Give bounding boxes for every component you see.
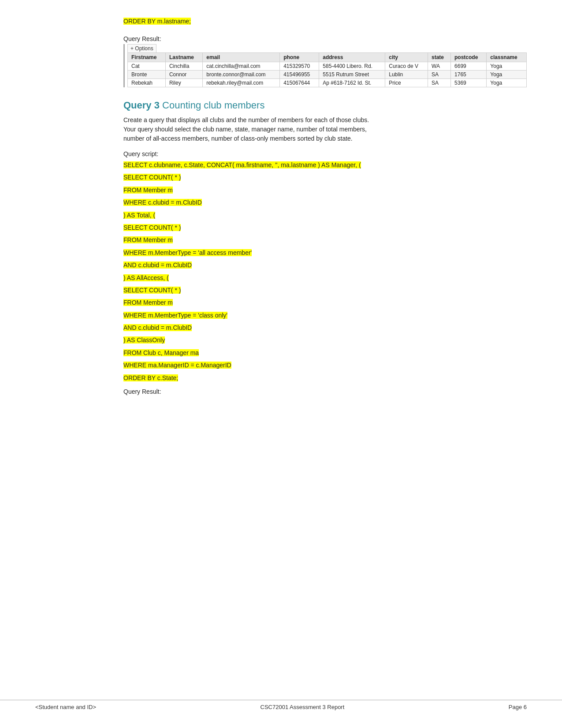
script-line-3: WHERE c.clubid = m.ClubID [123, 198, 500, 207]
table-cell: Cat [128, 62, 166, 71]
query-result-bottom: Query Result: [35, 388, 527, 395]
script-line-5: SELECT COUNT( * ) [123, 223, 500, 232]
table-cell: Yoga [487, 71, 527, 79]
table-cell: 415329570 [280, 62, 319, 71]
result-table: Firstname Lastname email phone address c… [127, 52, 527, 87]
col-address: address [319, 53, 385, 62]
col-city: city [385, 53, 428, 62]
table-cell: Rebekah [128, 79, 166, 87]
script-line-8: AND c.clubid = m.ClubID [123, 260, 500, 270]
table-cell: Yoga [487, 62, 527, 71]
script-line-10: SELECT COUNT( * ) [123, 285, 500, 295]
table-cell: Yoga [487, 79, 527, 87]
table-cell: Riley [165, 79, 202, 87]
script-line-11: FROM Member m [123, 298, 500, 307]
query3-heading: Query 3 Counting club members [35, 100, 527, 111]
table-cell: 415067644 [280, 79, 319, 87]
script-line-2: FROM Member m [123, 185, 500, 195]
table-cell: Ap #618-7162 Id. St. [319, 79, 385, 87]
col-email: email [203, 53, 280, 62]
table-row: RebekahRileyrebekah.riley@mail.com415067… [128, 79, 527, 87]
desc-line2: Your query should select the club name, … [123, 125, 500, 134]
table-cell: Curaco de V [385, 62, 428, 71]
desc-line3: number of all-access members, number of … [123, 134, 500, 143]
orderby-text: ORDER BY m.lastname; [123, 18, 191, 25]
footer: <Student name and ID> CSC72001 Assessmen… [0, 700, 562, 710]
query-result-section: Query Result: + Options Firstname Lastna… [35, 35, 527, 87]
script-line-4: ) AS Total, ( [123, 210, 500, 220]
query-script-label: Query script: [35, 150, 527, 157]
table-row: BronteConnorbronte.connor@mail.com415496… [128, 71, 527, 79]
query3-num: Query 3 [123, 100, 160, 111]
options-bar[interactable]: + Options [127, 44, 156, 52]
col-state: state [428, 53, 451, 62]
col-postcode: postcode [451, 53, 487, 62]
script-line-6: FROM Member m [123, 235, 500, 245]
table-cell: Bronte [128, 71, 166, 79]
script-line-17: ORDER BY c.State; [123, 373, 500, 383]
script-block: SELECT c.clubname, c.State, CONCAT( ma.f… [35, 160, 527, 383]
table-row: CatCinchillacat.cinchilla@mail.com415329… [128, 62, 527, 71]
table-cell: WA [428, 62, 451, 71]
table-cell: rebekah.riley@mail.com [203, 79, 280, 87]
table-cell: Cinchilla [165, 62, 202, 71]
table-cell: Price [385, 79, 428, 87]
script-line-14: ) AS ClassOnly [123, 335, 500, 345]
query3-title: Counting club members [162, 100, 264, 111]
script-line-0: SELECT c.clubname, c.State, CONCAT( ma.f… [123, 160, 500, 170]
col-lastname: Lastname [165, 53, 202, 62]
col-phone: phone [280, 53, 319, 62]
script-line-13: AND c.clubid = m.ClubID [123, 323, 500, 332]
description-block: Create a query that displays all clubs a… [35, 116, 527, 143]
script-line-1: SELECT COUNT( * ) [123, 172, 500, 182]
desc-line1: Create a query that displays all clubs a… [123, 116, 500, 125]
table-cell: 6699 [451, 62, 487, 71]
footer-right: Page 6 [509, 704, 527, 710]
table-cell: 415496955 [280, 71, 319, 79]
footer-left: <Student name and ID> [35, 704, 96, 710]
footer-center: CSC72001 Assessment 3 Report [261, 704, 345, 710]
table-wrapper: + Options Firstname Lastname email phone… [123, 44, 527, 87]
table-cell: Lublin [385, 71, 428, 79]
col-classname: classname [487, 53, 527, 62]
script-line-12: WHERE m.MemberType = 'class only' [123, 310, 500, 320]
script-line-9: ) AS AllAccess, ( [123, 273, 500, 283]
table-cell: 585-4400 Libero. Rd. [319, 62, 385, 71]
table-header-row: Firstname Lastname email phone address c… [128, 53, 527, 62]
table-cell: cat.cinchilla@mail.com [203, 62, 280, 71]
script-line-16: WHERE ma.ManagerID = c.ManagerID [123, 360, 500, 370]
orderby-section: ORDER BY m.lastname; [35, 18, 527, 25]
table-cell: 5369 [451, 79, 487, 87]
table-cell: 5515 Rutrum Street [319, 71, 385, 79]
script-line-15: FROM Club c, Manager ma [123, 348, 500, 358]
col-firstname: Firstname [128, 53, 166, 62]
table-cell: SA [428, 71, 451, 79]
table-cell: SA [428, 79, 451, 87]
script-line-7: WHERE m.MemberType = 'all access member' [123, 248, 500, 258]
table-cell: Connor [165, 71, 202, 79]
table-cell: bronte.connor@mail.com [203, 71, 280, 79]
query-result-label: Query Result: [123, 35, 527, 42]
table-cell: 1765 [451, 71, 487, 79]
